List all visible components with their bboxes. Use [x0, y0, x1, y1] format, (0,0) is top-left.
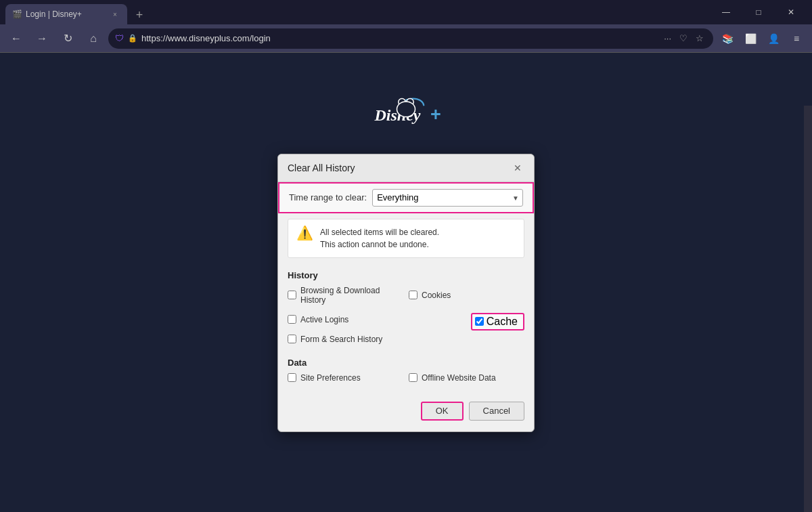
- nav-bar: ← → ↻ ⌂ 🛡 🔒 https://www.disneyplus.com/l…: [0, 24, 812, 53]
- window-controls: — □ ✕: [710, 3, 807, 22]
- dialog-body: Time range to clear: Everything Last Hou…: [278, 182, 534, 421]
- cancel-button[interactable]: Cancel: [469, 402, 524, 421]
- site-preferences-checkbox[interactable]: [288, 373, 296, 382]
- offline-website-data-label: Offline Website Data: [422, 373, 496, 383]
- offline-data-checkbox-row: Offline Website Data: [409, 373, 524, 383]
- url-text: https://www.disneyplus.com/login: [141, 33, 657, 43]
- dialog-footer: OK Cancel: [278, 393, 534, 421]
- offline-website-data-checkbox[interactable]: [409, 373, 418, 382]
- history-section: History Browsing & Download History Cook…: [278, 263, 534, 351]
- site-preferences-label: Site Preferences: [300, 373, 361, 383]
- browsing-history-label: Browsing & Download History: [300, 286, 403, 305]
- active-logins-checkbox-row: Active Logins: [288, 315, 466, 324]
- tab-close-button[interactable]: ×: [110, 9, 120, 20]
- cache-checkbox-highlighted: Cache: [471, 313, 524, 330]
- active-logins-label: Active Logins: [300, 315, 348, 324]
- cache-label: Cache: [487, 316, 518, 328]
- cookies-checkbox-row: Cookies: [409, 291, 524, 300]
- page-content: Disney + Clear All History ✕: [0, 53, 812, 512]
- nav-right-buttons: 📚 ⬜ 👤 ≡: [717, 28, 807, 49]
- cookies-label: Cookies: [422, 291, 451, 300]
- refresh-button[interactable]: ↻: [57, 28, 78, 49]
- new-tab-button[interactable]: +: [130, 5, 149, 24]
- address-bar[interactable]: 🛡 🔒 https://www.disneyplus.com/login ···…: [108, 28, 713, 49]
- scrollbar[interactable]: [804, 106, 812, 512]
- active-logins-checkbox[interactable]: [288, 315, 296, 324]
- ok-button[interactable]: OK: [421, 402, 464, 421]
- time-range-select[interactable]: Everything Last Hour Last Two Hours Last…: [372, 189, 523, 207]
- tabs-button[interactable]: ⬜: [740, 28, 761, 49]
- cache-checkbox[interactable]: [475, 317, 484, 326]
- warning-line1: All selected items will be cleared.: [320, 226, 439, 238]
- browsing-history-checkbox[interactable]: [288, 291, 296, 299]
- forward-button[interactable]: →: [31, 28, 53, 49]
- home-button[interactable]: ⌂: [83, 28, 104, 49]
- clear-history-dialog: Clear All History ✕ Time range to clear:…: [277, 154, 535, 432]
- maximize-button[interactable]: □: [743, 3, 774, 22]
- history-section-title: History: [288, 270, 524, 280]
- dialog-header: Clear All History ✕: [278, 154, 534, 182]
- star-button[interactable]: ☆: [693, 32, 706, 45]
- title-bar: 🎬 Login | Disney+ × + — □ ✕: [0, 0, 812, 24]
- warning-icon: ⚠️: [296, 226, 313, 240]
- data-section: Data Site Preferences Offline Website Da…: [278, 351, 534, 393]
- tab-title: Login | Disney+: [26, 9, 106, 19]
- tab-bar: 🎬 Login | Disney+ × +: [5, 0, 708, 24]
- form-search-checkbox-row: Form & Search History: [288, 335, 524, 344]
- browsing-history-checkbox-row: Browsing & Download History: [288, 286, 403, 305]
- warning-box: ⚠️ All selected items will be cleared. T…: [288, 219, 524, 258]
- time-range-label: Time range to clear:: [289, 192, 367, 202]
- tab-favicon: 🎬: [12, 9, 22, 19]
- menu-button[interactable]: ≡: [786, 28, 807, 49]
- active-tab[interactable]: 🎬 Login | Disney+ ×: [5, 4, 127, 24]
- warning-text: All selected items will be cleared. This…: [320, 226, 439, 251]
- bookmark-button[interactable]: ♡: [677, 32, 690, 45]
- site-prefs-checkbox-row: Site Preferences: [288, 373, 403, 383]
- address-actions: ··· ♡ ☆: [661, 32, 706, 45]
- library-button[interactable]: 📚: [717, 28, 738, 49]
- dialog-close-button[interactable]: ✕: [511, 161, 524, 175]
- data-section-title: Data: [288, 358, 524, 368]
- dialog-overlay: Clear All History ✕ Time range to clear:…: [0, 53, 812, 512]
- lock-icon: 🔒: [128, 34, 137, 43]
- dialog-title: Clear All History: [288, 163, 355, 173]
- shield-icon: 🛡: [115, 33, 124, 43]
- browser-frame: 🎬 Login | Disney+ × + — □ ✕ ← → ↻ ⌂ 🛡 🔒 …: [0, 0, 812, 512]
- cookies-checkbox[interactable]: [409, 291, 418, 299]
- time-range-select-wrapper[interactable]: Everything Last Hour Last Two Hours Last…: [372, 189, 523, 207]
- more-button[interactable]: ···: [661, 32, 674, 45]
- account-button[interactable]: 👤: [763, 28, 784, 49]
- window-close-button[interactable]: ✕: [775, 3, 807, 22]
- form-search-label: Form & Search History: [300, 335, 382, 344]
- back-button[interactable]: ←: [5, 28, 27, 49]
- time-range-row: Time range to clear: Everything Last Hou…: [278, 182, 534, 213]
- warning-line2: This action cannot be undone.: [320, 238, 439, 251]
- minimize-button[interactable]: —: [710, 3, 742, 22]
- form-search-checkbox[interactable]: [288, 335, 296, 343]
